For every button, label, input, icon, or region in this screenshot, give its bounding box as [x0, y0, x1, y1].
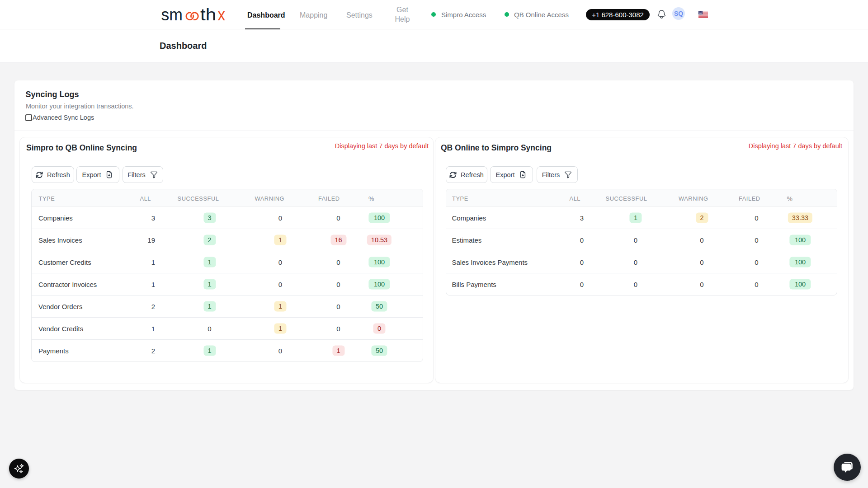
- svg-text:sm: sm: [161, 5, 183, 24]
- svg-text:x: x: [218, 5, 226, 24]
- svg-text:th: th: [200, 5, 216, 24]
